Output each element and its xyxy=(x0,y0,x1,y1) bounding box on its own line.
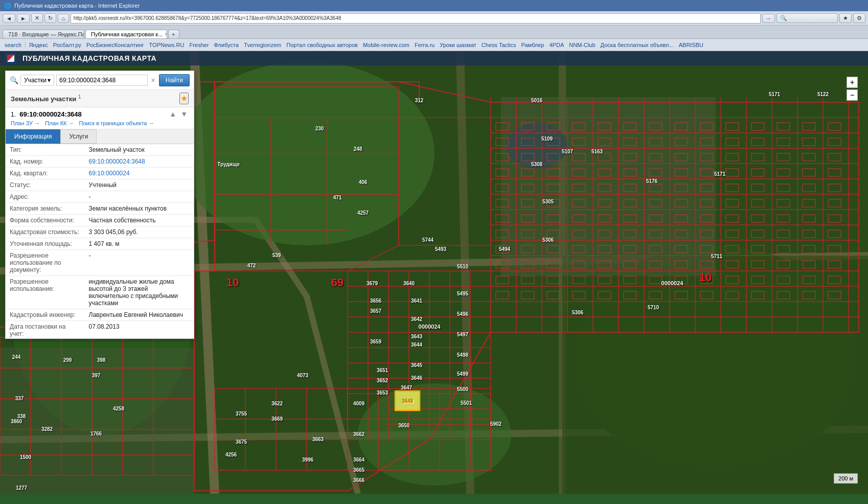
field-label: Кадастровый инженер: xyxy=(6,309,85,321)
table-row: Разрешенное использование по документу: … xyxy=(6,250,194,276)
result-item: 1. 69:10:0000024:3648 ▲ ▼ План ЗУ → План… xyxy=(6,107,194,129)
svg-text:3659: 3659 xyxy=(370,339,382,345)
prev-arrow[interactable]: ▲ xyxy=(168,110,177,118)
bookmark-mobile[interactable]: Mobile-review.com xyxy=(361,41,412,49)
svg-text:3666: 3666 xyxy=(353,477,365,483)
favorites-button[interactable]: ★ xyxy=(179,93,189,104)
results-count: 1 xyxy=(78,94,81,100)
kad-nomer-link[interactable]: 69:10:0000024:3648 xyxy=(89,158,145,165)
bookmark-ads[interactable]: Доска бесплатных объявл... xyxy=(599,41,676,49)
kad-kvartal-link[interactable]: 69:10:0000024 xyxy=(89,170,130,177)
search-icon: 🔍 xyxy=(10,76,18,84)
tools-button[interactable]: ⚙ xyxy=(853,13,865,23)
svg-text:1500: 1500 xyxy=(20,454,32,460)
field-value: Частная собственность xyxy=(85,215,194,226)
tab-information[interactable]: Информация xyxy=(6,129,60,144)
clear-button[interactable]: × xyxy=(150,76,157,84)
refresh-button[interactable]: ↻ xyxy=(44,13,56,23)
bookmark-4pda[interactable]: 4PDA xyxy=(547,41,566,49)
svg-text:471: 471 xyxy=(333,195,342,200)
browser-chrome: 🌐 Публичная кадастровая карта - Internet… xyxy=(0,0,868,51)
svg-text:5710: 5710 xyxy=(648,305,659,310)
table-row: Статус: Учтенный xyxy=(6,179,194,191)
result-id: 69:10:0000024:3648 xyxy=(19,110,81,118)
bookmark-portal[interactable]: Портал свободных авторов xyxy=(284,41,360,49)
info-tabs: Информация Услуги xyxy=(6,129,194,144)
side-panel: 🔍 Участки ▾ × Найти Земельные участки 1 … xyxy=(5,71,194,339)
stop-button[interactable]: ✕ xyxy=(31,13,43,23)
bookmark-chess-lessons[interactable]: Уроки шахмат xyxy=(438,41,478,49)
find-button[interactable]: Найти xyxy=(159,74,190,86)
bookmark-chess-tactics[interactable]: Chess Tactics xyxy=(479,41,518,49)
bookmarks-bar: search | Яндекс Росбалт.ру РосБизнесКонс… xyxy=(0,39,868,51)
map-toolbar: ПУБЛИЧНАЯ КАДАСТРОВАЯ КАРТА xyxy=(0,51,868,65)
tab-map-close[interactable]: ✕ xyxy=(165,32,167,37)
go-button[interactable]: → xyxy=(762,14,775,23)
svg-text:5495: 5495 xyxy=(457,291,469,296)
zoom-out-button[interactable]: − xyxy=(847,89,858,101)
bookmark-fresher[interactable]: Fresher xyxy=(187,41,211,49)
result-id-row: 1. 69:10:0000024:3648 xyxy=(11,110,82,118)
table-row: Категория земель: Земли населённых пункт… xyxy=(6,203,194,215)
field-label: Тип: xyxy=(6,144,85,156)
tab-email[interactable]: 718 · Входящие — Яндекс.По... ✕ xyxy=(3,30,84,38)
bookmark-rambler[interactable]: Рамблер xyxy=(519,41,546,49)
bookmark-topnews[interactable]: TOPNews.RU xyxy=(147,41,187,49)
bookmark-rosbalt[interactable]: Росбалт.ру xyxy=(51,41,83,49)
zoom-in-button[interactable]: + xyxy=(847,77,858,88)
bookmark-yandex[interactable]: Яндекс xyxy=(27,41,50,49)
field-label: Кад. номер: xyxy=(6,156,85,168)
svg-text:1766: 1766 xyxy=(90,431,102,437)
back-button[interactable]: ◄ xyxy=(3,14,15,23)
bookmark-abrisbu[interactable]: ABRISBU xyxy=(677,41,705,49)
field-value: 3 303 045,06 руб. xyxy=(85,226,194,238)
svg-text:10: 10 xyxy=(226,276,239,289)
bookmark-flibusta[interactable]: Флибуста xyxy=(212,41,241,49)
bookmark-rbc[interactable]: РосБизнесКонсалтинг xyxy=(84,41,146,49)
plan-kk-link[interactable]: План КК → xyxy=(45,120,74,126)
bookmark-nnmclub[interactable]: NNM-Club xyxy=(567,41,597,49)
dropdown-arrow-icon: ▾ xyxy=(48,77,51,84)
svg-text:3647: 3647 xyxy=(401,385,413,391)
address-bar[interactable]: http://pkk5.rosreestr.ru/#x=3967000.6288… xyxy=(71,13,761,24)
field-label: Кад. квартал: xyxy=(6,168,85,179)
favorites-button[interactable]: ★ xyxy=(839,13,852,23)
search-boundaries-link[interactable]: Поиск в границах объекта → xyxy=(79,120,154,126)
svg-text:1277: 1277 xyxy=(16,485,28,491)
info-scroll[interactable]: Тип: Земельный участок Кад. номер: 69:10… xyxy=(6,144,194,338)
bookmark-tver[interactable]: Tverregionzem xyxy=(242,41,283,49)
svg-text:10: 10 xyxy=(699,271,712,284)
next-arrow[interactable]: ▼ xyxy=(179,110,189,118)
svg-text:69: 69 xyxy=(331,276,344,289)
svg-text:3640: 3640 xyxy=(403,281,415,286)
search-bar-button[interactable]: 🔍 xyxy=(776,13,838,23)
tab-new[interactable]: + xyxy=(168,30,179,38)
svg-rect-7 xyxy=(501,97,716,276)
home-button[interactable]: ⌂ xyxy=(58,14,69,23)
svg-text:3644: 3644 xyxy=(411,342,423,348)
svg-text:3675: 3675 xyxy=(236,439,247,445)
svg-text:5163: 5163 xyxy=(591,149,603,154)
search-type-label: Участки xyxy=(24,77,47,84)
bookmark-search[interactable]: search xyxy=(3,41,24,49)
svg-text:4257: 4257 xyxy=(357,210,369,216)
svg-text:5306: 5306 xyxy=(572,310,584,315)
plan-zu-link[interactable]: План ЗУ → xyxy=(11,120,40,126)
result-links: План ЗУ → План КК → Поиск в границах объ… xyxy=(11,120,189,126)
svg-text:5306: 5306 xyxy=(542,237,554,243)
map-container[interactable]: 312 248 230 406 471 4257 10 69 10 5016 5… xyxy=(0,51,868,494)
tab-services[interactable]: Услуги xyxy=(60,129,97,144)
tab-map[interactable]: Публичная кадастровая к... ✕ xyxy=(85,30,167,38)
forward-button[interactable]: ► xyxy=(17,14,30,23)
tabs-bar: 718 · Входящие — Яндекс.По... ✕ Публична… xyxy=(0,26,868,39)
results-title: Земельные участки 1 xyxy=(11,94,81,103)
bookmark-ferra[interactable]: Ferra.ru xyxy=(413,41,437,49)
svg-rect-8 xyxy=(0,348,194,494)
table-row: Дата постановки на учет: 07.08.2013 xyxy=(6,321,194,339)
search-input[interactable] xyxy=(56,75,148,86)
field-label: Уточненная площадь: xyxy=(6,238,85,250)
svg-text:248: 248 xyxy=(354,146,362,152)
svg-text:5308: 5308 xyxy=(531,162,543,167)
svg-text:3643: 3643 xyxy=(411,334,423,339)
search-type-dropdown[interactable]: Участки ▾ xyxy=(20,75,54,86)
